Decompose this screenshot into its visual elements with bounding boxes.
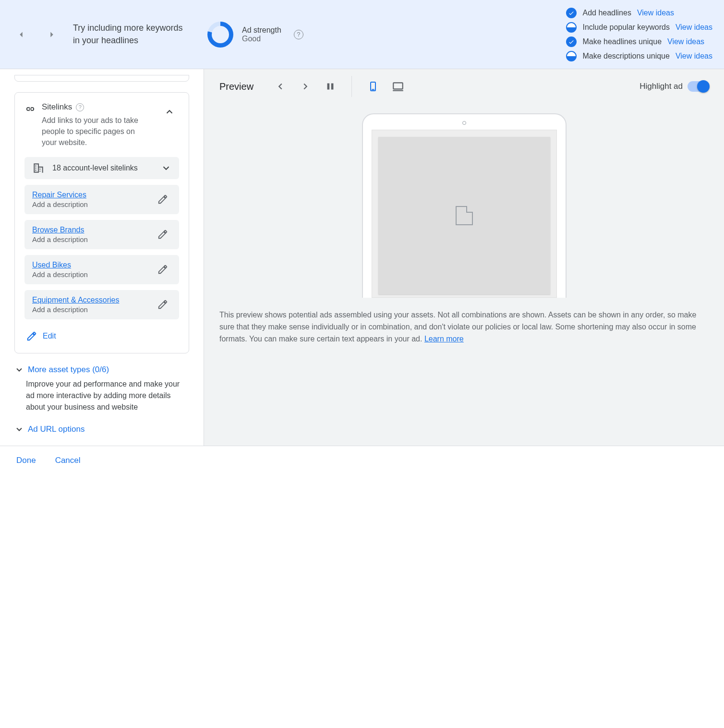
preview-note: This preview shows potential ads assembl… [204, 298, 724, 358]
strength-checklist: Add headlinesView ideasInclude popular k… [566, 8, 712, 61]
edit-sitelink-button[interactable] [154, 261, 171, 278]
highlight-ad-label: Highlight ad [640, 82, 683, 91]
sitelinks-title: Sitelinks [42, 102, 72, 112]
phone-speaker-icon [462, 121, 466, 125]
compare-view-button[interactable] [321, 77, 340, 96]
edit-sitelink-button[interactable] [154, 296, 171, 313]
chevron-down-icon [161, 163, 171, 173]
more-asset-types-toggle[interactable]: More asset types (0/6) [14, 365, 189, 375]
left-panel: Sitelinks ? Add links to your ads to tak… [0, 69, 204, 446]
preview-toolbar: Preview Highlight ad [204, 69, 724, 104]
more-asset-types-description: Improve your ad performance and make you… [26, 378, 189, 413]
preview-next-button[interactable] [296, 77, 315, 96]
ad-strength-meter-icon [207, 22, 233, 48]
help-icon[interactable]: ? [76, 103, 84, 111]
help-icon[interactable]: ? [294, 30, 303, 39]
check-partial-icon [566, 51, 577, 61]
edit-sitelinks-button[interactable]: Edit [24, 329, 179, 343]
check-complete-icon [566, 36, 577, 47]
sitelink-sub: Add a description [32, 270, 88, 279]
sitelink-item: Used BikesAdd a description [24, 255, 179, 284]
account-level-sitelinks-text: 18 account-level sitelinks [52, 163, 153, 173]
learn-more-link[interactable]: Learn more [424, 335, 464, 343]
next-tip-button[interactable] [42, 25, 61, 44]
building-icon [32, 162, 45, 174]
more-asset-types-label: More asset types (0/6) [28, 365, 109, 375]
checklist-item: Include popular keywordsView ideas [566, 22, 712, 33]
ad-strength-block: Ad strength Good ? [207, 22, 303, 48]
checklist-item: Make descriptions uniqueView ideas [566, 51, 712, 61]
sitelink-link[interactable]: Equipment & Accessories [32, 296, 119, 304]
edit-sitelink-button[interactable] [154, 226, 171, 243]
preview-label: Preview [219, 81, 253, 92]
edit-label: Edit [43, 332, 56, 340]
checklist-item: Add headlinesView ideas [566, 8, 712, 18]
tip-text: Try including more keywords in your head… [73, 22, 188, 46]
ad-strength-value: Good [242, 35, 281, 43]
view-ideas-link[interactable]: View ideas [667, 37, 704, 46]
sitelink-link[interactable]: Browse Brands [32, 226, 88, 234]
check-partial-icon [566, 22, 577, 33]
footer-bar: Done Cancel [0, 446, 724, 475]
account-level-sitelinks-row[interactable]: 18 account-level sitelinks [24, 157, 179, 179]
sitelink-link[interactable]: Used Bikes [32, 261, 88, 269]
desktop-view-button[interactable] [388, 77, 408, 96]
sitelink-item: Equipment & AccessoriesAdd a description [24, 290, 179, 319]
view-ideas-link[interactable]: View ideas [676, 23, 712, 32]
sitelink-sub: Add a description [32, 200, 88, 208]
sitelink-sub: Add a description [32, 305, 119, 314]
sitelink-link[interactable]: Repair Services [32, 191, 88, 199]
ad-strength-label: Ad strength [242, 26, 281, 35]
highlight-ad-toggle[interactable] [688, 81, 709, 92]
sitelink-sub: Add a description [32, 235, 88, 243]
sitelinks-card: Sitelinks ? Add links to your ads to tak… [14, 92, 189, 353]
checklist-item: Make headlines uniqueView ideas [566, 36, 712, 47]
sitelink-item: Repair ServicesAdd a description [24, 185, 179, 214]
done-button[interactable]: Done [16, 456, 36, 465]
ad-url-options-toggle[interactable]: Ad URL options [14, 425, 189, 434]
prev-tip-button[interactable] [12, 25, 31, 44]
collapse-button[interactable] [160, 102, 179, 121]
preview-canvas [204, 104, 724, 298]
view-ideas-link[interactable]: View ideas [676, 52, 712, 61]
checklist-label: Make descriptions unique [582, 52, 669, 61]
ad-url-options-label: Ad URL options [28, 425, 84, 434]
check-complete-icon [566, 8, 577, 18]
collapsed-card [14, 75, 189, 82]
view-ideas-link[interactable]: View ideas [637, 9, 674, 17]
preview-prev-button[interactable] [271, 77, 290, 96]
divider [351, 76, 352, 97]
link-icon [24, 103, 36, 115]
preview-panel: Preview Highlight ad [204, 69, 724, 446]
pencil-icon [26, 331, 37, 341]
chevron-down-icon [14, 425, 24, 434]
cancel-button[interactable]: Cancel [55, 456, 81, 465]
sitelinks-description: Add links to your ads to take people to … [42, 115, 147, 148]
edit-sitelink-button[interactable] [154, 191, 171, 208]
checklist-label: Include popular keywords [582, 23, 669, 32]
ad-image-placeholder [378, 137, 550, 294]
checklist-label: Add headlines [582, 9, 631, 17]
ad-strength-header: Try including more keywords in your head… [0, 0, 724, 69]
checklist-label: Make headlines unique [582, 37, 662, 46]
chevron-down-icon [14, 365, 24, 375]
svg-rect-2 [393, 83, 403, 89]
broken-image-icon [456, 206, 473, 225]
mobile-view-button[interactable] [363, 77, 383, 96]
sitelink-item: Browse BrandsAdd a description [24, 220, 179, 249]
phone-frame [362, 113, 567, 298]
